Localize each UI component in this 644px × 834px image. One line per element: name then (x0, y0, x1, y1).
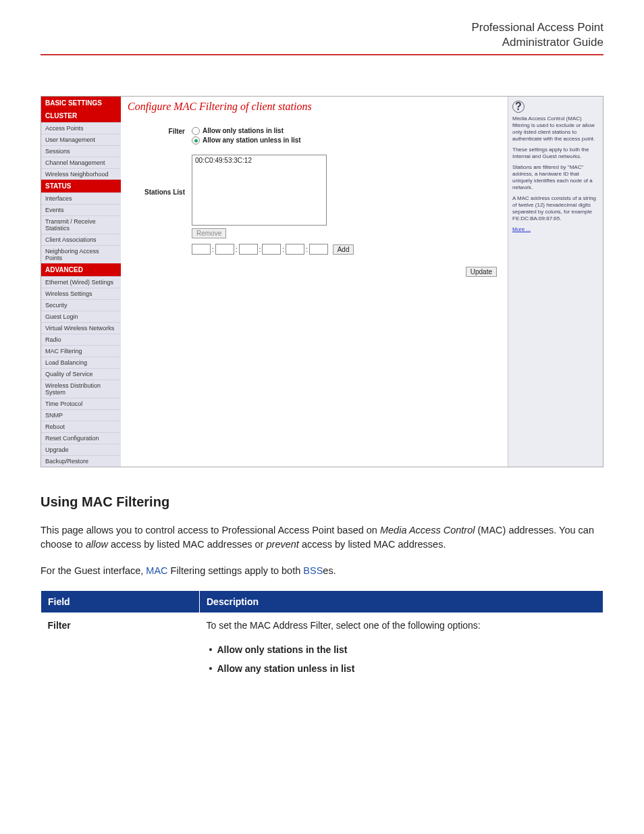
sidebar-item-guest-login[interactable]: Guest Login (41, 311, 121, 322)
sidebar-item-reset-config[interactable]: Reset Configuration (41, 432, 121, 444)
content-panel: Configure MAC Filtering of client statio… (121, 97, 508, 467)
help-p1: Media Access Control (MAC) filtering is … (512, 115, 599, 142)
station-entry[interactable]: 00:C0:49:53:3C:12 (195, 157, 323, 164)
mac-input-row: : : : : : Add (192, 244, 501, 255)
doc-title-2: Administrator Guide (41, 35, 603, 50)
sidebar-item-reboot[interactable]: Reboot (41, 421, 121, 432)
page-title: Configure MAC Filtering of client statio… (128, 101, 501, 113)
mac-octet-1[interactable] (192, 244, 211, 255)
remove-button[interactable]: Remove (192, 228, 226, 238)
sidebar-item-time-protocol[interactable]: Time Protocol (41, 398, 121, 409)
table-row: Filter To set the MAC Address Filter, se… (41, 613, 603, 681)
sidebar-item-channel-management[interactable]: Channel Management (41, 157, 121, 168)
paragraph-1: This page allows you to control access t… (41, 523, 603, 552)
sidebar-item-load-balancing[interactable]: Load Balancing (41, 357, 121, 368)
mac-octet-6[interactable] (309, 244, 328, 255)
app-screenshot: BASIC SETTINGS CLUSTER Access Points Use… (41, 96, 603, 467)
sidebar-item-ethernet-settings[interactable]: Ethernet (Wired) Settings (41, 276, 121, 288)
doc-title-1: Professional Access Point (41, 20, 603, 35)
help-panel: ? Media Access Control (MAC) filtering i… (508, 97, 603, 467)
nav-header-basic[interactable]: BASIC SETTINGS (41, 97, 121, 109)
mac-octet-5[interactable] (286, 244, 304, 255)
sidebar-item-wds[interactable]: Wireless Distribution System (41, 380, 121, 398)
sidebar-item-tx-rx-stats[interactable]: Transmit / Receive Statistics (41, 215, 121, 234)
nav-header-status[interactable]: STATUS (41, 180, 121, 192)
mac-octet-4[interactable] (262, 244, 281, 255)
help-p3: Stations are filtered by "MAC" address, … (512, 164, 599, 191)
update-button[interactable]: Update (466, 267, 497, 277)
radio-allow-any[interactable] (192, 136, 200, 145)
sidebar-item-backup-restore[interactable]: Backup/Restore (41, 455, 121, 467)
option-allow-any: Allow any station unless in list (209, 659, 597, 678)
th-field: Field (41, 591, 200, 613)
section-heading: Using MAC Filtering (41, 494, 603, 510)
nav-header-advanced[interactable]: ADVANCED (41, 263, 121, 276)
paragraph-2: For the Guest interface, MAC Filtering s… (41, 564, 603, 578)
sidebar-item-wireless-neighborhood[interactable]: Wireless Neighborhood (41, 168, 121, 180)
filter-label: Filter (128, 126, 192, 135)
sidebar-item-virtual-wireless[interactable]: Virtual Wireless Networks (41, 322, 121, 334)
help-p4: A MAC address consists of a string of tw… (512, 195, 599, 222)
add-button[interactable]: Add (333, 244, 354, 255)
stations-listbox[interactable]: 00:C0:49:53:3C:12 (192, 155, 327, 226)
sidebar-item-client-associations[interactable]: Client Associations (41, 234, 121, 245)
th-description: Description (200, 591, 603, 613)
radio-allow-only[interactable] (192, 127, 200, 135)
sidebar-item-user-management[interactable]: User Management (41, 134, 121, 145)
sidebar-item-wireless-settings[interactable]: Wireless Settings (41, 288, 121, 299)
sidebar-item-sessions[interactable]: Sessions (41, 145, 121, 157)
option-allow-only: Allow only stations in the list (209, 640, 597, 659)
field-description-table: Field Description Filter To set the MAC … (41, 590, 603, 681)
cell-description: To set the MAC Address Filter, select on… (200, 613, 603, 681)
sidebar-item-access-points[interactable]: Access Points (41, 122, 121, 134)
cell-field: Filter (41, 613, 200, 681)
sidebar-item-upgrade[interactable]: Upgrade (41, 444, 121, 455)
sidebar-item-mac-filtering[interactable]: MAC Filtering (41, 345, 121, 357)
radio-allow-any-label: Allow any station unless in list (203, 136, 301, 145)
radio-allow-only-label: Allow only stations in list (203, 126, 284, 136)
help-more-link[interactable]: More ... (512, 226, 531, 232)
sidebar-item-snmp[interactable]: SNMP (41, 409, 121, 421)
help-p2: These settings apply to both the Interna… (512, 147, 599, 160)
help-icon: ? (512, 101, 525, 113)
sidebar-item-interfaces[interactable]: Interfaces (41, 192, 121, 204)
sidebar-item-neighboring-aps[interactable]: Neighboring Access Points (41, 245, 121, 263)
sidebar-item-security[interactable]: Security (41, 299, 121, 311)
sidebar-item-radio[interactable]: Radio (41, 334, 121, 345)
doc-header: Professional Access Point Administrator … (41, 20, 603, 55)
sidebar: BASIC SETTINGS CLUSTER Access Points Use… (41, 97, 121, 467)
sidebar-item-events[interactable]: Events (41, 204, 121, 215)
nav-header-cluster[interactable]: CLUSTER (41, 109, 121, 122)
stations-list-label: Stations List (128, 155, 192, 196)
mac-octet-3[interactable] (239, 244, 258, 255)
mac-octet-2[interactable] (215, 244, 234, 255)
sidebar-item-qos[interactable]: Quality of Service (41, 368, 121, 380)
